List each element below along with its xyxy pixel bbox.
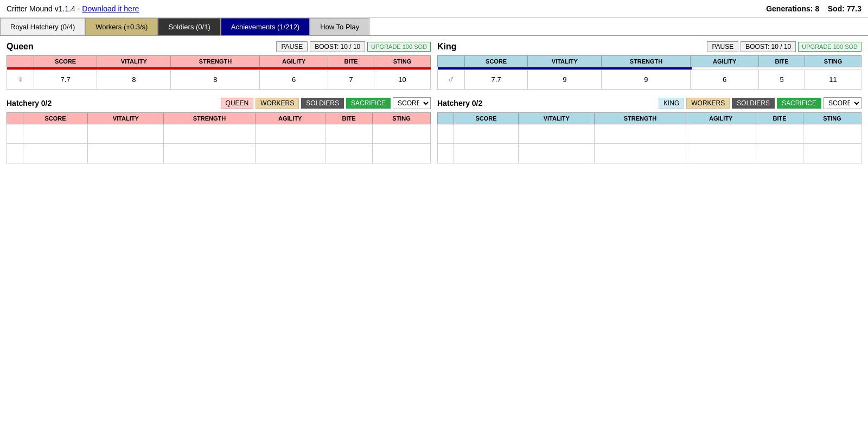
qh-col-bite: BITE <box>325 113 372 124</box>
kh-row2-bite <box>756 144 803 163</box>
queen-col-bite: BITE <box>328 56 374 67</box>
qh-row2-vitality <box>88 144 164 163</box>
king-hatchery-sacrifice-button[interactable]: SACRIFICE <box>777 98 821 109</box>
qh-row1-agility <box>255 124 325 144</box>
table-row <box>7 124 431 144</box>
queen-pause-button[interactable]: PAUSE <box>276 41 308 52</box>
kh-row1-strength <box>595 124 686 144</box>
qh-row2-agility <box>255 144 325 163</box>
queen-gender-icon: ♀ <box>17 74 24 85</box>
tab-workers[interactable]: Workers (+0.3/s) <box>85 18 158 35</box>
qh-row2-strength <box>164 144 255 163</box>
kh-col-score: SCORE <box>454 113 518 124</box>
kh-col-bite: BITE <box>756 113 803 124</box>
king-gender-icon: ♂ <box>448 74 455 85</box>
queen-col-sting: STING <box>374 56 430 67</box>
king-data-row: ♂ 7.7 9 9 6 5 11 <box>438 70 861 90</box>
kh-row1-icon <box>438 124 454 144</box>
king-col-score: SCORE <box>465 56 528 67</box>
qh-row1-bite <box>325 124 372 144</box>
hatchery-queen-button[interactable]: QUEEN <box>221 98 254 109</box>
hatchery-score-select[interactable]: SCORE <box>393 97 431 109</box>
sod-label: Sod: 77.3 <box>828 4 861 13</box>
qh-row2-bite <box>325 144 372 163</box>
queen-strength: 8 <box>171 70 260 90</box>
king-boost-button: BOOST: 10 / 10 <box>741 41 796 52</box>
queen-col-strength: STRENGTH <box>171 56 260 67</box>
king-pause-button[interactable]: PAUSE <box>707 41 738 52</box>
page-header: Critter Mound v1.1.4 - Download it here … <box>0 0 868 18</box>
queen-stats-table: SCORE VITALITY STRENGTH AGILITY BITE STI… <box>7 55 431 90</box>
qh-row1-strength <box>164 124 255 144</box>
king-hatchery-table: SCORE VITALITY STRENGTH AGILITY BITE STI… <box>437 112 861 163</box>
queen-sting: 10 <box>374 70 430 90</box>
kh-col-sting: STING <box>803 113 861 124</box>
queen-col-score: SCORE <box>34 56 97 67</box>
king-stats-table: SCORE VITALITY STRENGTH AGILITY BITE STI… <box>437 55 861 90</box>
king-col-bite: BITE <box>759 56 805 67</box>
queen-col-agility: AGILITY <box>260 56 328 67</box>
tab-bar: Royal Hatchery (0/4) Workers (+0.3/s) So… <box>0 18 868 36</box>
queen-upgrade-button[interactable]: UPGRADE 100 SOD <box>367 42 431 52</box>
qh-row2-icon <box>7 144 23 163</box>
king-hatchery-soldiers-button[interactable]: SOLDIERS <box>732 98 775 109</box>
king-strength: 9 <box>602 70 691 90</box>
queen-col-icon <box>7 56 34 67</box>
download-link[interactable]: Download it here <box>82 4 139 13</box>
queen-hatchery-controls: QUEEN WORKERS SOLDIERS SACRIFICE SCORE <box>221 97 431 109</box>
kh-col-strength: STRENGTH <box>595 113 686 124</box>
qh-col-icon <box>7 113 23 124</box>
hatchery-workers-button[interactable]: WORKERS <box>256 98 299 109</box>
kh-row2-vitality <box>519 144 595 163</box>
king-colony-panel: King PAUSE BOOST: 10 / 10 UPGRADE 100 SO… <box>437 41 861 163</box>
tab-achievements[interactable]: Achievements (1/212) <box>221 18 310 35</box>
kh-col-agility: AGILITY <box>686 113 756 124</box>
kh-row2-score <box>454 144 518 163</box>
king-panel-header: King PAUSE BOOST: 10 / 10 UPGRADE 100 SO… <box>437 41 861 52</box>
queen-data-row: ♀ 7.7 8 8 6 7 10 <box>7 70 431 90</box>
tab-soldiers[interactable]: Soldiers (0/1) <box>158 18 220 35</box>
king-hatchery-header: Hatchery 0/2 KING WORKERS SOLDIERS SACRI… <box>437 97 861 109</box>
table-row <box>7 144 431 163</box>
king-hatchery-king-button[interactable]: KING <box>659 98 684 109</box>
kh-row2-sting <box>803 144 861 163</box>
kh-col-icon <box>438 113 454 124</box>
queen-agility: 6 <box>260 70 328 90</box>
app-title: Critter Mound v1.1.4 - <box>7 4 82 13</box>
hatchery-sacrifice-button[interactable]: SACRIFICE <box>346 98 391 109</box>
king-agility: 6 <box>691 70 759 90</box>
king-col-strength: STRENGTH <box>602 56 691 67</box>
hatchery-soldiers-button[interactable]: SOLDIERS <box>301 98 344 109</box>
king-upgrade-button[interactable]: UPGRADE 100 SOD <box>798 42 861 52</box>
king-hatchery-section: Hatchery 0/2 KING WORKERS SOLDIERS SACRI… <box>437 97 861 163</box>
queen-panel-header: Queen PAUSE BOOST: 10 / 10 UPGRADE 100 S… <box>7 41 431 52</box>
tab-royal-hatchery[interactable]: Royal Hatchery (0/4) <box>0 18 85 35</box>
qh-col-strength: STRENGTH <box>164 113 255 124</box>
king-hatchery-title: Hatchery 0/2 <box>437 99 482 108</box>
table-row <box>438 144 861 163</box>
king-col-icon <box>438 56 465 67</box>
king-bite: 5 <box>759 70 805 90</box>
kh-row2-icon <box>438 144 454 163</box>
main-content: Queen PAUSE BOOST: 10 / 10 UPGRADE 100 S… <box>0 36 868 169</box>
queen-hatchery-header: Hatchery 0/2 QUEEN WORKERS SOLDIERS SACR… <box>7 97 431 109</box>
qh-row1-icon <box>7 124 23 144</box>
king-hatchery-workers-button[interactable]: WORKERS <box>686 98 730 109</box>
king-hatchery-score-select[interactable]: SCORE <box>824 97 861 109</box>
queen-score: 7.7 <box>34 70 97 90</box>
kh-row1-vitality <box>519 124 595 144</box>
qh-col-vitality: VITALITY <box>88 113 164 124</box>
king-hatchery-controls: KING WORKERS SOLDIERS SACRIFICE SCORE <box>659 97 861 109</box>
king-icon-cell: ♂ <box>438 70 465 90</box>
kh-row1-sting <box>803 124 861 144</box>
tab-how-to-play[interactable]: How To Play <box>310 18 369 35</box>
kh-row1-agility <box>686 124 756 144</box>
queen-colony-panel: Queen PAUSE BOOST: 10 / 10 UPGRADE 100 S… <box>7 41 431 163</box>
king-sting: 11 <box>805 70 861 90</box>
qh-row1-score <box>23 124 87 144</box>
kh-row2-strength <box>595 144 686 163</box>
qh-col-score: SCORE <box>23 113 87 124</box>
queen-hatchery-table: SCORE VITALITY STRENGTH AGILITY BITE STI… <box>7 112 431 163</box>
king-col-sting: STING <box>805 56 861 67</box>
king-score: 7.7 <box>465 70 528 90</box>
